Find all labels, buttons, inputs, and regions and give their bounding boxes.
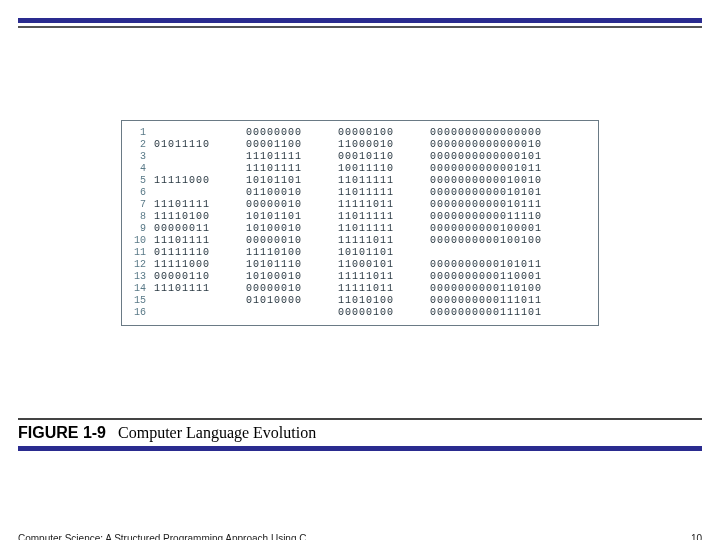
code-row: 601100010110111110000000000010101: [132, 187, 580, 199]
line-number: 6: [132, 187, 154, 199]
figure-title: Computer Language Evolution: [118, 424, 316, 441]
line-number: 5: [132, 175, 154, 187]
code-row: 9000000111010001011011111000000000010000…: [132, 223, 580, 235]
col-4: 0000000000111101: [430, 307, 580, 319]
col-1: [154, 307, 246, 319]
col-2: 11101111: [246, 151, 338, 163]
col-1: 11101111: [154, 199, 246, 211]
line-number: 10: [132, 235, 154, 247]
line-number: 15: [132, 295, 154, 307]
col-2: 10101101: [246, 175, 338, 187]
code-row: 411101111100111100000000000001011: [132, 163, 580, 175]
col-3: 00000100: [338, 127, 430, 139]
col-1: 11110100: [154, 211, 246, 223]
col-4: 0000000000010111: [430, 199, 580, 211]
line-number: 7: [132, 199, 154, 211]
machine-code-listing: 1000000000000010000000000000000002010111…: [121, 120, 599, 326]
col-2: 01010000: [246, 295, 338, 307]
line-number: 2: [132, 139, 154, 151]
col-4: 0000000000010010: [430, 175, 580, 187]
col-3: 11111011: [338, 235, 430, 247]
col-2: 10100010: [246, 223, 338, 235]
line-number: 16: [132, 307, 154, 319]
col-4: 0000000000000000: [430, 127, 580, 139]
col-2: 01100010: [246, 187, 338, 199]
col-2: 00000010: [246, 235, 338, 247]
col-3: 00000100: [338, 307, 430, 319]
col-2: 00001100: [246, 139, 338, 151]
code-row: 1011101111000000101111101100000000001001…: [132, 235, 580, 247]
caption-rule-top: [18, 418, 702, 420]
col-2: 10101110: [246, 259, 338, 271]
col-4: 0000000000011110: [430, 211, 580, 223]
col-4: 0000000000100001: [430, 223, 580, 235]
col-4: 0000000000000101: [430, 151, 580, 163]
col-3: 00010110: [338, 151, 430, 163]
col-1: 11111000: [154, 175, 246, 187]
col-3: 11000010: [338, 139, 430, 151]
code-row: 8111101001010110111011111000000000001111…: [132, 211, 580, 223]
col-4: 0000000000001011: [430, 163, 580, 175]
figure-area: 1000000000000010000000000000000002010111…: [18, 28, 702, 418]
col-3: 11011111: [338, 187, 430, 199]
code-row: 311101111000101100000000000000101: [132, 151, 580, 163]
col-3: 11011111: [338, 223, 430, 235]
code-row: 100000000000001000000000000000000: [132, 127, 580, 139]
figure-number: FIGURE 1-9: [18, 424, 106, 441]
col-2: 00000010: [246, 283, 338, 295]
code-row: 1501010000110101000000000000111011: [132, 295, 580, 307]
code-row: 1300000110101000101111101100000000001100…: [132, 271, 580, 283]
col-3: 10101101: [338, 247, 430, 259]
code-row: 2010111100000110011000010000000000000001…: [132, 139, 580, 151]
line-number: 3: [132, 151, 154, 163]
line-number: 12: [132, 259, 154, 271]
col-2: 11110100: [246, 247, 338, 259]
footer-page: 10: [691, 533, 702, 540]
line-number: 13: [132, 271, 154, 283]
col-1: [154, 187, 246, 199]
line-number: 8: [132, 211, 154, 223]
col-3: 11000101: [338, 259, 430, 271]
line-number: 14: [132, 283, 154, 295]
figure-caption: FIGURE 1-9 Computer Language Evolution: [18, 424, 702, 442]
col-1: [154, 127, 246, 139]
col-2: 00000000: [246, 127, 338, 139]
col-3: 11010100: [338, 295, 430, 307]
col-4: 0000000000110001: [430, 271, 580, 283]
code-row: 16000001000000000000111101: [132, 307, 580, 319]
col-3: 11011111: [338, 211, 430, 223]
line-number: 1: [132, 127, 154, 139]
line-number: 9: [132, 223, 154, 235]
col-1: [154, 151, 246, 163]
code-row: 1211111000101011101100010100000000001010…: [132, 259, 580, 271]
col-4: 0000000000111011: [430, 295, 580, 307]
top-rule-thick: [18, 18, 702, 23]
col-2: 00000010: [246, 199, 338, 211]
col-4: 0000000000110100: [430, 283, 580, 295]
code-row: 1411101111000000101111101100000000001101…: [132, 283, 580, 295]
col-4: 0000000000100100: [430, 235, 580, 247]
code-row: 11011111101111010010101101: [132, 247, 580, 259]
col-3: 11111011: [338, 283, 430, 295]
col-1: 00000011: [154, 223, 246, 235]
col-1: 11101111: [154, 283, 246, 295]
line-number: 4: [132, 163, 154, 175]
col-2: 10100010: [246, 271, 338, 283]
caption-rule-bottom: [18, 446, 702, 451]
col-3: 11111011: [338, 271, 430, 283]
line-number: 11: [132, 247, 154, 259]
code-row: 5111110001010110111011111000000000001001…: [132, 175, 580, 187]
footer-source: Computer Science: A Structured Programmi…: [18, 533, 306, 540]
col-1: 11111000: [154, 259, 246, 271]
col-3: 10011110: [338, 163, 430, 175]
col-3: 11111011: [338, 199, 430, 211]
col-2: 11101111: [246, 163, 338, 175]
col-3: 11011111: [338, 175, 430, 187]
footer: Computer Science: A Structured Programmi…: [18, 533, 702, 540]
col-4: [430, 247, 580, 259]
col-1: 01011110: [154, 139, 246, 151]
col-1: [154, 163, 246, 175]
col-1: [154, 295, 246, 307]
col-4: 0000000000000010: [430, 139, 580, 151]
col-1: 00000110: [154, 271, 246, 283]
